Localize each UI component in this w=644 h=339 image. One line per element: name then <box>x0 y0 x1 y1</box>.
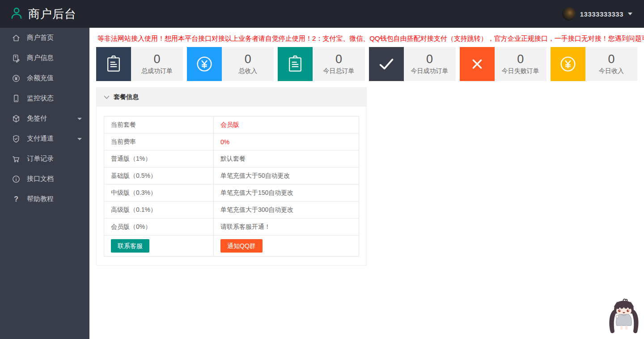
stat-label: 总成功订单 <box>141 67 173 75</box>
stat-card-today-income: 0 今日收入 <box>551 47 637 81</box>
stat-value: 0 <box>608 53 614 65</box>
caret-down-icon <box>628 13 632 15</box>
question-icon: ? <box>11 194 21 204</box>
submenu-caret-icon <box>77 118 82 120</box>
stat-value: 0 <box>335 53 342 65</box>
shield-check-icon <box>11 134 21 144</box>
stat-card-total-success-orders: 0 总成功订单 <box>96 47 183 81</box>
sidebar-item-label: 余额充值 <box>27 74 54 82</box>
sidebar-item-monitor-status[interactable]: 监控状态 <box>0 88 89 108</box>
table-row: 基础版（0.5%） 单笔充值大于50自动更改 <box>104 167 359 185</box>
row-label: 普通版（1%） <box>104 150 214 167</box>
sidebar-item-payment-channel[interactable]: 支付通道 <box>0 129 89 149</box>
row-label: 中级版（0.3%） <box>104 185 214 202</box>
sidebar-item-merchant-home[interactable]: 商户首页 <box>0 28 89 48</box>
row-value: 默认套餐 <box>214 150 359 167</box>
chevron-down-icon <box>104 93 110 101</box>
sidebar-item-label: 帮助教程 <box>27 195 54 203</box>
stat-label: 今日收入 <box>599 67 624 75</box>
stat-label: 总收入 <box>238 67 257 75</box>
page-title: 商户后台 <box>28 6 76 22</box>
stat-value: 0 <box>154 53 161 65</box>
mobile-icon <box>11 94 21 103</box>
table-row: 当前套餐 会员版 <box>104 116 359 133</box>
sidebar-item-label: 免签付 <box>27 114 47 123</box>
row-value: 0% <box>214 133 359 150</box>
stat-card-today-success-orders: 0 今日成功订单 <box>369 47 456 81</box>
user-phone: 13333333333 <box>580 10 623 18</box>
row-value: 单笔充值大于300自动更改 <box>214 202 359 219</box>
table-row: 高级版（0.1%） 单笔充值大于300自动更改 <box>104 202 359 219</box>
sidebar-item-label: 接口文档 <box>27 175 54 183</box>
row-value: 请联系客服开通！ <box>214 219 359 236</box>
row-label: 当前费率 <box>104 133 214 150</box>
svg-text:?: ? <box>14 195 18 203</box>
row-value: 单笔充值大于50自动更改 <box>214 167 359 185</box>
stat-label: 今日失败订单 <box>502 67 539 75</box>
stat-value: 0 <box>517 53 524 65</box>
stat-label: 今日总订单 <box>323 67 354 75</box>
avatar <box>562 7 576 21</box>
app-window: 商户后台 13333333333 商户首页 <box>0 0 644 339</box>
table-row: 中级版（0.3%） 单笔充值大于150自动更改 <box>104 185 359 202</box>
table-row: 普通版（1%） 默认套餐 <box>104 150 359 167</box>
user-dropdown[interactable]: 13333333333 <box>562 7 634 21</box>
x-icon <box>460 47 495 81</box>
sidebar-item-label: 监控状态 <box>27 94 54 103</box>
sidebar-nav: 商户首页 商户信息 余额充值 <box>0 28 89 339</box>
check-icon <box>369 47 404 81</box>
sidebar-item-api-docs[interactable]: 接口文档 <box>0 169 89 189</box>
row-value: 单笔充值大于150自动更改 <box>214 185 359 202</box>
table-row-actions: 联系客服 通知QQ群 <box>104 236 359 257</box>
yen-circle-icon <box>187 47 222 81</box>
row-label: 高级版（0.1%） <box>104 202 214 219</box>
user-icon <box>10 6 23 21</box>
stat-card-total-income: 0 总收入 <box>187 47 274 81</box>
row-label: 基础版（0.5%） <box>104 167 214 185</box>
sidebar-item-balance-recharge[interactable]: 余额充值 <box>0 68 89 88</box>
notify-qq-group-button[interactable]: 通知QQ群 <box>220 239 263 253</box>
app-logo: 商户后台 <box>10 6 76 22</box>
table-row: 会员版（0%） 请联系客服开通！ <box>104 219 359 236</box>
info-circle-icon <box>11 174 21 184</box>
yen-circle-icon <box>551 47 585 81</box>
package-info-panel: 套餐信息 当前套餐 会员版 当前费率 0% 普通版（1%） <box>96 87 367 266</box>
row-label: 当前套餐 <box>104 116 214 133</box>
main-content: 等非法网站接入使用！想用本平台接口对接以上业务者请自觉停止使用！2：支付宝、微信… <box>89 28 644 339</box>
sidebar-item-merchant-info[interactable]: 商户信息 <box>0 48 89 68</box>
top-header: 商户后台 13333333333 <box>0 0 644 28</box>
row-label: 会员版（0%） <box>104 219 214 236</box>
cube-icon <box>11 114 21 124</box>
sidebar-item-no-sign-pay[interactable]: 免签付 <box>0 108 89 129</box>
sidebar-item-label: 订单记录 <box>27 154 54 163</box>
stat-card-today-failed-orders: 0 今日失败订单 <box>460 47 547 81</box>
sidebar-item-help-tutorial[interactable]: ? 帮助教程 <box>0 189 89 209</box>
cart-icon <box>11 154 21 164</box>
panel-title: 套餐信息 <box>114 93 139 101</box>
submenu-caret-icon <box>77 138 82 140</box>
stat-card-today-total-orders: 0 今日总订单 <box>278 47 364 81</box>
clipboard-icon <box>96 47 131 81</box>
package-table: 当前套餐 会员版 当前费率 0% 普通版（1%） 默认套餐 基础版（0.5% <box>104 116 359 257</box>
sidebar-item-label: 商户首页 <box>27 34 54 42</box>
stats-card-row: 0 总成功订单 0 总收入 <box>96 47 637 81</box>
table-row: 当前费率 0% <box>104 133 359 150</box>
stat-value: 0 <box>245 53 251 65</box>
stat-label: 今日成功订单 <box>411 67 449 75</box>
package-panel-header[interactable]: 套餐信息 <box>97 88 366 107</box>
home-icon <box>11 33 21 43</box>
chibi-girl-mascot <box>605 298 643 339</box>
sidebar-item-label: 商户信息 <box>27 54 54 62</box>
document-edit-icon <box>11 53 21 63</box>
sidebar-item-order-records[interactable]: 订单记录 <box>0 149 89 169</box>
contact-support-button[interactable]: 联系客服 <box>111 239 149 253</box>
sidebar-item-label: 支付通道 <box>27 134 54 143</box>
row-value: 会员版 <box>214 116 359 133</box>
announcement-marquee: 等非法网站接入使用！想用本平台接口对接以上业务者请自觉停止使用！2：支付宝、微信… <box>97 34 644 43</box>
yen-circle-icon <box>11 73 21 83</box>
clipboard-icon <box>278 47 313 81</box>
stat-value: 0 <box>426 53 433 65</box>
